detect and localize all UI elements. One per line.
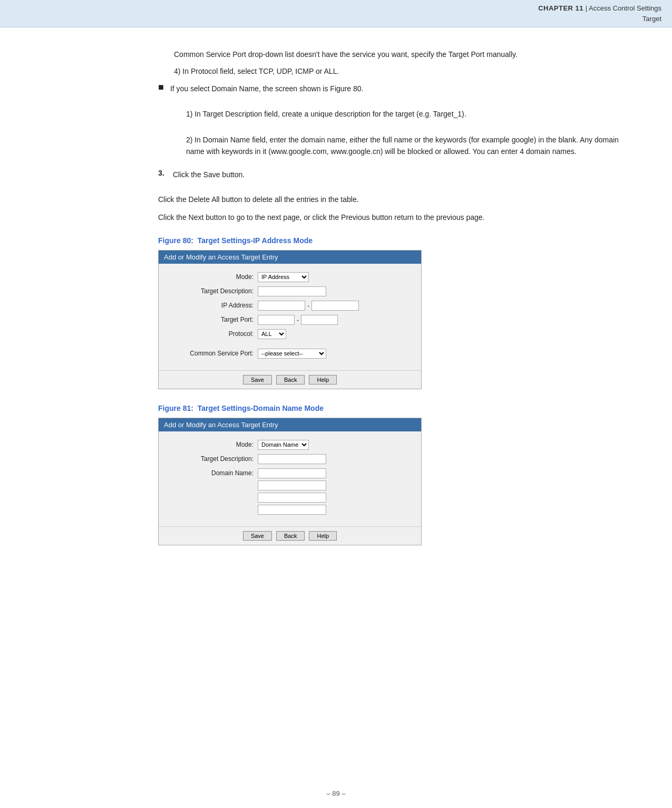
common-service-row: Common Service Port: --please select-- <box>169 349 411 359</box>
figure-80-back-button[interactable]: Back <box>276 375 305 384</box>
figure-80-header: Add or Modify an Access Target Entry <box>159 251 421 264</box>
figure-80-title: Figure 80: Target Settings-IP Address Mo… <box>158 236 630 245</box>
fig81-mode-row: Mode: Domain Name IP Address <box>169 440 411 450</box>
target-desc-label: Target Description: <box>169 287 254 295</box>
figure-80-save-button[interactable]: Save <box>243 375 272 384</box>
figure-81-save-button[interactable]: Save <box>243 531 272 541</box>
fig81-domain-name-row: Domain Name: <box>169 468 411 515</box>
fig81-mode-select[interactable]: Domain Name IP Address <box>258 440 309 450</box>
bullet-sub2: 2) In Domain Name field, enter the domai… <box>186 134 630 158</box>
bullet-sub1: 1) In Target Description field, create a… <box>186 108 630 120</box>
bullet-icon: ■ <box>158 82 164 93</box>
figure-81-body: Mode: Domain Name IP Address Target Desc… <box>159 431 421 526</box>
chapter-label: CHAPTER 11 <box>538 4 583 12</box>
ip-start-input[interactable] <box>258 301 305 311</box>
figure-81-back-button[interactable]: Back <box>276 531 305 541</box>
domain-input-4[interactable] <box>258 505 326 515</box>
mode-select[interactable]: IP Address Domain Name <box>258 272 309 282</box>
fig81-mode-label: Mode: <box>169 441 254 448</box>
protocol-label: Protocol: <box>169 330 254 338</box>
page-number: – 89 – <box>326 790 345 797</box>
paragraph-1: Common Service Port drop-down list doesn… <box>174 49 630 60</box>
bullet-item-1: ■ If you select Domain Name, the screen … <box>158 83 630 163</box>
domain-input-3[interactable] <box>258 493 326 503</box>
figure-80-box: Add or Modify an Access Target Entry Mod… <box>158 250 422 389</box>
header-separator: | <box>583 4 589 12</box>
figure-80-help-button[interactable]: Help <box>309 375 337 384</box>
page-header: CHAPTER 11 | Access Control Settings Tar… <box>0 0 672 27</box>
subsection-title: Target <box>642 15 661 23</box>
main-content: Common Service Port drop-down list doesn… <box>0 27 672 602</box>
port-dash: - <box>297 316 299 324</box>
port-start-input[interactable] <box>258 315 295 325</box>
domain-input-1[interactable] <box>258 468 326 478</box>
bullet-text-container: If you select Domain Name, the screen sh… <box>170 83 630 163</box>
step-3-number: 3. <box>158 169 168 177</box>
port-end-input[interactable] <box>301 315 338 325</box>
figure-80-body: Mode: IP Address Domain Name Target Desc… <box>159 264 421 370</box>
target-port-row: Target Port: - <box>169 315 411 325</box>
common-service-label: Common Service Port: <box>169 350 254 357</box>
ip-inputs: - <box>258 301 359 311</box>
common-service-select[interactable]: --please select-- <box>258 349 326 359</box>
fig81-target-desc-row: Target Description: <box>169 454 411 464</box>
page-footer: – 89 – <box>0 790 672 797</box>
domain-input-2[interactable] <box>258 480 326 490</box>
ip-address-row: IP Address: - <box>169 301 411 311</box>
port-inputs: - <box>258 315 338 325</box>
mode-label: Mode: <box>169 273 254 281</box>
target-port-label: Target Port: <box>169 316 254 323</box>
figure-81-box: Add or Modify an Access Target Entry Mod… <box>158 418 422 545</box>
figure-81-help-button[interactable]: Help <box>309 531 337 541</box>
figure-80-footer: Save Back Help <box>159 370 421 389</box>
bullet-main-text: If you select Domain Name, the screen sh… <box>170 83 630 94</box>
ip-end-input[interactable] <box>311 301 359 311</box>
paragraph-4: Click the Next button to go to the next … <box>158 211 630 223</box>
figure-81-title: Figure 81: Target Settings-Domain Name M… <box>158 404 630 412</box>
paragraph-3: Click the Delete All button to delete al… <box>158 194 630 205</box>
mode-row: Mode: IP Address Domain Name <box>169 272 411 282</box>
target-desc-input[interactable] <box>258 286 326 296</box>
figure-81-header: Add or Modify an Access Target Entry <box>159 418 421 431</box>
step-3-text: Click the Save button. <box>173 169 245 180</box>
ip-dash: - <box>307 302 309 310</box>
protocol-row: Protocol: ALL TCP UDP ICMP <box>169 329 411 339</box>
step-3: 3. Click the Save button. <box>158 169 630 186</box>
fig81-domain-name-label: Domain Name: <box>169 468 254 477</box>
fig81-target-desc-input[interactable] <box>258 454 326 464</box>
target-desc-row: Target Description: <box>169 286 411 296</box>
paragraph-2: 4) In Protocol field, select TCP, UDP, I… <box>174 65 630 77</box>
fig81-target-desc-label: Target Description: <box>169 455 254 463</box>
domain-inputs-container <box>258 468 326 515</box>
ip-address-label: IP Address: <box>169 302 254 309</box>
figure-81-footer: Save Back Help <box>159 526 421 545</box>
protocol-select[interactable]: ALL TCP UDP ICMP <box>258 329 286 339</box>
section-title: Access Control Settings <box>589 4 661 12</box>
